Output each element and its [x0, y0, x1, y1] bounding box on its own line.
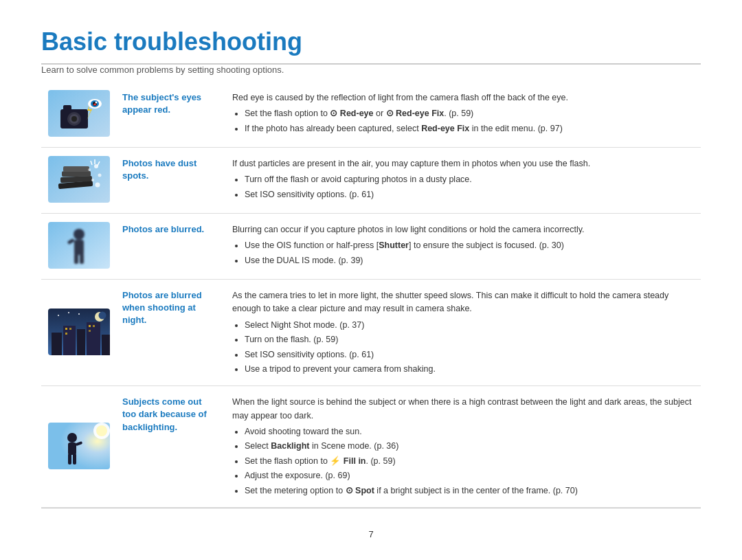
svg-point-50 [96, 425, 107, 436]
table-row: Photos have dustspots.If dust particles … [41, 148, 701, 214]
svg-rect-27 [74, 240, 84, 255]
desc-cell-night-blurred: As the camera tries to let in more light… [227, 280, 701, 386]
svg-point-45 [58, 315, 59, 316]
bullet-item: Use the DUAL IS mode. (p. 39) [245, 254, 695, 267]
svg-rect-2 [63, 105, 71, 111]
table-row: Photos are blurredwhen shooting atnight.… [41, 280, 701, 386]
bullet-item: Turn off the flash or avoid capturing ph… [245, 173, 695, 186]
desc-intro-dust-spots: If dust particles are present in the air… [232, 157, 695, 170]
bullet-item: Select Night Shot mode. (p. 37) [245, 319, 695, 332]
desc-cell-backlighting: When the light source is behind the subj… [227, 386, 701, 508]
svg-point-21 [88, 168, 91, 171]
label-cell-blurred: Photos are blurred. [117, 214, 227, 280]
icon-cell-red-eye [41, 82, 117, 148]
icon-cell-backlighting [41, 386, 117, 508]
bullet-item: Adjust the exposure. (p. 69) [245, 469, 695, 482]
bullet-item: Set the flash option to ⚡ Fill in. (p. 5… [245, 455, 695, 468]
bullet-item: Select Backlight in Scene mode. (p. 36) [245, 440, 695, 453]
table-row: Subjects come outtoo dark because ofback… [41, 386, 701, 508]
desc-bullets-dust-spots: Turn off the flash or avoid capturing ph… [232, 173, 695, 201]
icon-cell-night-blurred [41, 280, 117, 386]
svg-point-10 [95, 102, 98, 104]
desc-bullets-night-blurred: Select Night Shot mode. (p. 37)Turn on t… [232, 319, 695, 377]
page-title: Basic troubleshooting [41, 27, 701, 56]
problem-label-night-blurred: Photos are blurredwhen shooting atnight. [122, 290, 202, 325]
bullet-item: Turn on the flash. (p. 59) [245, 333, 695, 346]
desc-cell-red-eye: Red eye is caused by the reflection of l… [227, 82, 701, 148]
bullet-item: Avoid shooting toward the sun. [245, 425, 695, 438]
desc-bullets-backlighting: Avoid shooting toward the sun.Select Bac… [232, 425, 695, 497]
bullet-item: Use the OIS function or half-press [Shut… [245, 239, 695, 252]
svg-rect-32 [52, 333, 62, 355]
problem-label-red-eye: The subject's eyesappear red. [122, 92, 201, 115]
svg-point-5 [71, 116, 77, 122]
bottom-divider [41, 508, 701, 508]
desc-bullets-red-eye: Set the flash option to ⊙ Red-eye or ⊙ R… [232, 107, 695, 135]
problem-label-blurred: Photos are blurred. [122, 224, 204, 234]
label-cell-night-blurred: Photos are blurredwhen shooting atnight. [117, 280, 227, 386]
desc-intro-backlighting: When the light source is behind the subj… [232, 396, 695, 423]
bullet-item: If the photo has already been captured, … [245, 122, 695, 135]
label-cell-dust-spots: Photos have dustspots. [117, 148, 227, 214]
bullet-item: Set ISO sensitivity options. (p. 61) [245, 188, 695, 201]
svg-point-44 [99, 311, 106, 319]
problem-label-dust-spots: Photos have dustspots. [122, 158, 196, 181]
table-row: The subject's eyesappear red.Red eye is … [41, 82, 701, 148]
desc-intro-red-eye: Red eye is caused by the reflection of l… [232, 91, 695, 104]
svg-rect-39 [65, 333, 67, 335]
bullet-item: Set the metering option to ⊙ Spot if a b… [245, 484, 695, 497]
svg-rect-38 [69, 328, 71, 330]
svg-rect-16 [63, 166, 89, 172]
page-number: 7 [41, 529, 701, 539]
table-row: Photos are blurred.Blurring can occur if… [41, 214, 701, 280]
svg-point-11 [93, 104, 96, 106]
bullet-item: Set ISO sensitivity options. (p. 61) [245, 348, 695, 361]
svg-rect-52 [68, 443, 76, 455]
svg-rect-53 [68, 453, 71, 464]
label-cell-red-eye: The subject's eyesappear red. [117, 82, 227, 148]
desc-bullets-blurred: Use the OIS function or half-press [Shut… [232, 239, 695, 267]
svg-rect-37 [65, 328, 67, 330]
svg-rect-28 [74, 254, 78, 264]
troubleshooting-table: The subject's eyesappear red.Red eye is … [41, 82, 701, 508]
svg-rect-34 [77, 329, 85, 355]
night-blurred-icon [48, 309, 110, 355]
svg-point-26 [74, 229, 85, 240]
svg-point-20 [95, 183, 100, 188]
desc-cell-dust-spots: If dust particles are present in the air… [227, 148, 701, 214]
svg-point-46 [68, 312, 69, 313]
subtitle: Learn to solve common problems by settin… [41, 65, 701, 75]
backlighting-icon [48, 423, 110, 469]
problem-label-backlighting: Subjects come outtoo dark because ofback… [122, 396, 207, 432]
icon-cell-blurred [41, 214, 117, 280]
svg-point-51 [67, 433, 77, 443]
desc-intro-blurred: Blurring can occur if you capture photos… [232, 223, 695, 236]
svg-rect-36 [102, 335, 110, 355]
svg-rect-40 [89, 325, 91, 327]
svg-point-19 [91, 179, 94, 181]
icon-cell-dust-spots [41, 148, 117, 214]
svg-rect-41 [93, 325, 95, 327]
label-cell-backlighting: Subjects come outtoo dark because ofback… [117, 386, 227, 508]
bullet-item: Set the flash option to ⊙ Red-eye or ⊙ R… [245, 107, 695, 120]
desc-intro-night-blurred: As the camera tries to let in more light… [232, 289, 695, 316]
red-eye-icon [48, 90, 110, 137]
bullet-item: Use a tripod to prevent your camera from… [245, 363, 695, 376]
dust-spots-icon [48, 156, 110, 203]
svg-rect-54 [73, 453, 76, 464]
svg-rect-42 [89, 330, 91, 332]
svg-rect-33 [63, 326, 76, 355]
svg-point-18 [98, 174, 102, 177]
desc-cell-blurred: Blurring can occur if you capture photos… [227, 214, 701, 280]
blurred-icon [48, 222, 110, 269]
svg-rect-29 [80, 254, 84, 264]
svg-point-47 [78, 313, 80, 315]
svg-rect-35 [87, 322, 100, 355]
